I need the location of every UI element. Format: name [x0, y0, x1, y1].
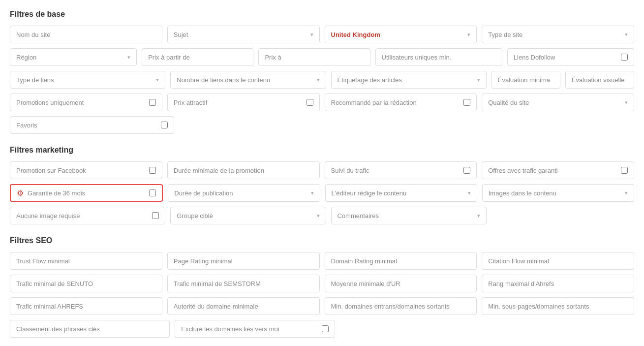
suivi-trafic-check[interactable]	[463, 167, 470, 174]
rang-ahrefs-input[interactable]: Rang maximal d'Ahrefs	[482, 275, 634, 292]
garantie-36-mois-check[interactable]	[149, 189, 156, 196]
duree-publication-dropdown[interactable]: Durée de publication ▾	[168, 184, 320, 202]
promotion-facebook-checkbox[interactable]: Promotion sur Facebook	[10, 161, 162, 179]
prix-attractif-check[interactable]	[307, 99, 313, 106]
offres-trafic-garanti-check[interactable]	[621, 167, 628, 174]
base-filters-section: Filtres de base Nom du site Sujet ▾ Unit…	[10, 10, 634, 134]
evaluation-minima-input[interactable]: Évaluation minima	[491, 71, 560, 89]
garantie-36-mois-field[interactable]: ⚙ Garantie de 36 mois	[10, 184, 163, 202]
favoris-check[interactable]	[161, 122, 168, 128]
marketing-filters-title: Filtres marketing	[10, 146, 634, 155]
nombre-liens-dropdown[interactable]: Nombre de liens dans le contenu ▾	[170, 71, 326, 89]
exclure-domaines-checkbox[interactable]: Exclure les domaines liés vers moi	[175, 320, 335, 338]
page-rating-input[interactable]: Page Rating minimal	[167, 252, 320, 270]
groupe-cible-dropdown[interactable]: Groupe ciblé ▾	[170, 207, 326, 224]
aucune-image-check[interactable]	[152, 212, 159, 219]
qualite-site-dropdown[interactable]: Qualité du site ▾	[482, 94, 634, 111]
prix-a-input[interactable]: Prix à	[258, 48, 370, 66]
trafic-semstorm-input[interactable]: Trafic minimal de SEMSTORM	[167, 275, 320, 292]
type-de-liens-dropdown[interactable]: Type de liens ▾	[10, 71, 165, 89]
evaluation-visuelle-input[interactable]: Évaluation visuelle	[565, 71, 634, 89]
recommande-redaction-checkbox[interactable]: Recommandé par la rédaction	[325, 94, 477, 111]
domain-rating-input[interactable]: Domain Rating minimal	[325, 252, 477, 270]
promotions-uniquement-checkbox[interactable]: Promotions uniquement	[10, 94, 162, 111]
nom-du-site-input[interactable]: Nom du site	[10, 26, 162, 43]
trust-flow-input[interactable]: Trust Flow minimal	[10, 252, 162, 270]
duree-minimale-input[interactable]: Durée minimale de la promotion	[167, 161, 320, 179]
offres-trafic-garanti-checkbox[interactable]: Offres avec trafic garanti	[482, 161, 634, 179]
utilisateurs-uniques-input[interactable]: Utilisateurs uniques min.	[375, 48, 502, 66]
warning-icon: ⚙	[17, 189, 24, 198]
sujet-dropdown[interactable]: Sujet ▾	[167, 26, 320, 43]
aucune-image-checkbox[interactable]: Aucune image requise	[10, 207, 165, 224]
trafic-senuto-input[interactable]: Trafic minimal de SENUTO	[10, 275, 162, 292]
min-domaines-entrans-input[interactable]: Min. domaines entrans/domaines sortants	[325, 297, 477, 315]
base-filters-title: Filtres de base	[10, 10, 634, 19]
promotions-uniquement-check[interactable]	[149, 99, 156, 106]
min-sous-pages-input[interactable]: Min. sous-pages/domaines sortants	[482, 297, 634, 315]
promotion-facebook-check[interactable]	[149, 167, 156, 174]
commentaires-dropdown[interactable]: Commentaires ▾	[331, 207, 487, 224]
exclure-domaines-check[interactable]	[322, 325, 329, 332]
autorite-domaine-input[interactable]: Autorité du domaine minimale	[167, 297, 320, 315]
etiquetage-dropdown[interactable]: Étiquetage des articles ▾	[331, 71, 487, 89]
recommande-check[interactable]	[463, 99, 470, 106]
moyenne-ur-input[interactable]: Moyenne minimale d'UR	[325, 275, 477, 292]
trafic-ahrefs-input[interactable]: Trafic minimal AHREFS	[10, 297, 162, 315]
liens-dofollow-checkbox[interactable]: Liens Dofollow	[507, 48, 634, 66]
seo-filters-section: Filtres SEO Trust Flow minimal Page Rati…	[10, 236, 634, 338]
marketing-filters-section: Filtres marketing Promotion sur Facebook…	[10, 146, 634, 224]
citation-flow-input[interactable]: Citation Flow minimal	[482, 252, 634, 270]
country-dropdown[interactable]: United Kingdom ▾	[325, 26, 477, 43]
editeur-redige-dropdown[interactable]: L'éditeur rédige le contenu ▾	[325, 184, 477, 202]
liens-dofollow-check[interactable]	[621, 54, 628, 61]
prix-a-partir-de-input[interactable]: Prix à partir de	[142, 48, 253, 66]
suivi-trafic-checkbox[interactable]: Suivi du trafic	[325, 161, 477, 179]
images-contenu-dropdown[interactable]: Images dans le contenu ▾	[482, 184, 634, 202]
prix-attractif-checkbox[interactable]: Prix attractif	[167, 94, 320, 111]
classement-phrases-input[interactable]: Classement des phrases clés	[10, 320, 170, 338]
type-de-site-dropdown[interactable]: Type de site ▾	[482, 26, 634, 43]
seo-filters-title: Filtres SEO	[10, 236, 634, 245]
region-dropdown[interactable]: Région ▾	[10, 48, 137, 66]
favoris-checkbox[interactable]: Favoris	[10, 116, 174, 134]
